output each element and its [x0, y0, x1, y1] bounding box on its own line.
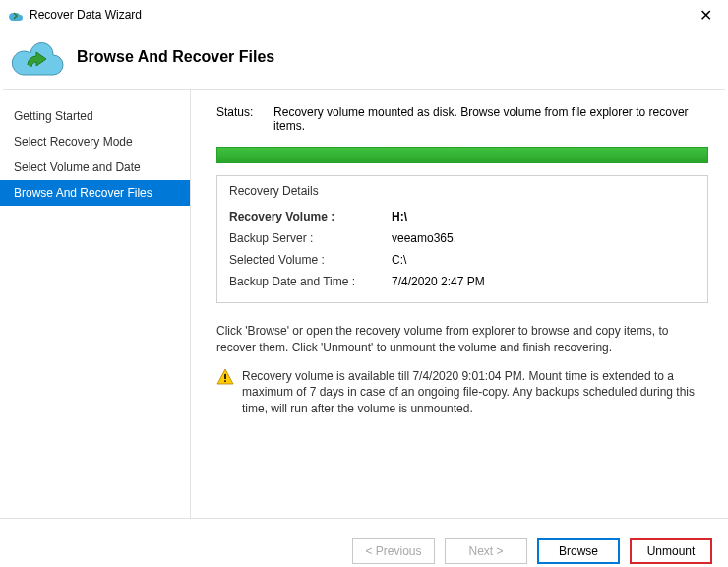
wizard-steps-sidebar: Getting Started Select Recovery Mode Sel…	[0, 90, 190, 518]
svg-rect-0	[224, 374, 226, 379]
recovery-details-box: Recovery Details Recovery Volume : H:\ B…	[216, 175, 708, 303]
titlebar: Recover Data Wizard ✕	[0, 0, 728, 30]
detail-key: Backup Server :	[229, 231, 392, 245]
detail-value: H:\	[392, 210, 407, 223]
wizard-content: Status: Recovery volume mounted as disk.…	[190, 90, 728, 518]
svg-rect-1	[224, 380, 226, 382]
recovery-details-title: Recovery Details	[229, 184, 696, 198]
previous-button: < Previous	[352, 538, 435, 564]
detail-key: Selected Volume :	[229, 253, 392, 267]
cloud-restore-icon	[10, 37, 67, 77]
app-cloud-icon	[8, 7, 24, 23]
info-text: Click 'Browse' or open the recovery volu…	[216, 323, 708, 356]
status-row: Status: Recovery volume mounted as disk.…	[216, 105, 708, 133]
detail-backup-datetime: Backup Date and Time : 7/4/2020 2:47 PM	[229, 271, 696, 292]
detail-value: veeamo365.	[392, 231, 456, 245]
wizard-body: Getting Started Select Recovery Mode Sel…	[0, 90, 728, 518]
warning-icon	[216, 368, 234, 386]
progress-bar	[216, 147, 708, 163]
window-title: Recover Data Wizard	[30, 8, 694, 22]
sidebar-item-browse-recover-files[interactable]: Browse And Recover Files	[0, 180, 190, 206]
wizard-header: Browse And Recover Files	[0, 30, 728, 89]
sidebar-item-select-recovery-mode[interactable]: Select Recovery Mode	[0, 129, 190, 155]
sidebar-item-getting-started[interactable]: Getting Started	[0, 103, 190, 129]
detail-key: Recovery Volume :	[229, 210, 392, 223]
status-label: Status:	[216, 105, 273, 133]
status-text: Recovery volume mounted as disk. Browse …	[273, 105, 708, 133]
close-icon[interactable]: ✕	[694, 6, 718, 25]
warning-text: Recovery volume is available till 7/4/20…	[242, 368, 708, 417]
page-title: Browse And Recover Files	[77, 48, 274, 66]
detail-recovery-volume: Recovery Volume : H:\	[229, 206, 696, 227]
sidebar-item-select-volume-date[interactable]: Select Volume and Date	[0, 155, 190, 180]
warning-row: Recovery volume is available till 7/4/20…	[216, 368, 708, 417]
detail-value: C:\	[392, 253, 406, 267]
detail-value: 7/4/2020 2:47 PM	[392, 275, 485, 288]
wizard-footer: < Previous Next > Browse Unmount	[0, 518, 728, 567]
detail-backup-server: Backup Server : veeamo365.	[229, 227, 696, 249]
detail-selected-volume: Selected Volume : C:\	[229, 249, 696, 271]
browse-button[interactable]: Browse	[537, 538, 620, 564]
unmount-button[interactable]: Unmount	[630, 538, 712, 564]
next-button: Next >	[445, 538, 527, 564]
detail-key: Backup Date and Time :	[229, 275, 392, 288]
